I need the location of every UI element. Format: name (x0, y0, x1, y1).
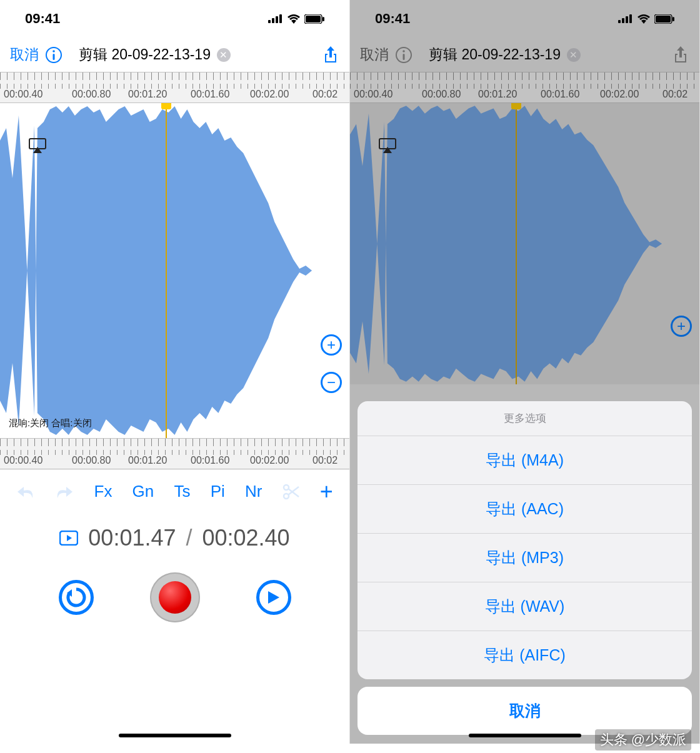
export-mp3-button[interactable]: 导出 (MP3) (358, 534, 692, 582)
cellular-icon (618, 14, 633, 23)
airplay-icon (379, 138, 396, 156)
fx-button[interactable]: Fx (94, 482, 112, 501)
info-icon[interactable] (45, 46, 62, 64)
clear-title-icon[interactable]: ✕ (217, 48, 231, 62)
timestretch-button[interactable]: Ts (174, 482, 190, 501)
export-aifc-button[interactable]: 导出 (AIFC) (358, 631, 692, 679)
play-button[interactable] (256, 580, 291, 615)
rewind-button[interactable] (59, 580, 94, 615)
svg-rect-21 (656, 16, 671, 22)
add-button[interactable]: + (320, 479, 333, 505)
share-icon[interactable] (322, 45, 339, 65)
page-title: 剪辑 20-09-22-13-19 (79, 45, 211, 64)
phone-right: 09:41 取消 剪辑 20-09-22-13-19 ✕ 00:00.40 00… (350, 0, 700, 744)
svg-rect-6 (322, 17, 324, 21)
noise-reduce-button[interactable]: Nr (245, 482, 262, 501)
scissors-icon[interactable] (282, 483, 300, 501)
record-button[interactable] (150, 572, 200, 622)
export-aac-button[interactable]: 导出 (AAC) (358, 485, 692, 534)
ruler-label: 00:01.60 (191, 455, 229, 466)
ruler-label: 00:00.80 (72, 89, 111, 100)
export-wav-button[interactable]: 导出 (WAV) (358, 582, 692, 631)
share-icon (672, 45, 689, 65)
sheet-header: 更多选项 (358, 401, 692, 436)
status-time: 09:41 (25, 11, 60, 27)
undo-icon[interactable] (16, 484, 35, 499)
time-separator: / (186, 525, 192, 551)
wifi-icon (637, 14, 651, 24)
status-bar: 09:41 (350, 0, 699, 37)
ruler-label: 00:02.00 (600, 89, 639, 100)
svg-rect-22 (672, 17, 674, 21)
current-time: 00:01.47 (88, 525, 176, 551)
cellular-icon (268, 14, 283, 23)
svg-rect-16 (618, 20, 621, 23)
status-bar: 09:41 (0, 0, 349, 37)
ruler-label: 00:00.80 (72, 455, 111, 466)
info-icon (395, 46, 412, 64)
svg-rect-1 (272, 18, 274, 23)
transport-controls (0, 563, 349, 632)
ruler-label: 00:00.40 (4, 455, 42, 466)
ruler-label: 00:01.60 (541, 89, 579, 100)
home-indicator[interactable] (119, 734, 231, 737)
waveform: + (350, 103, 699, 384)
svg-rect-5 (306, 16, 321, 22)
zoom-in-button: + (671, 316, 692, 337)
svg-point-8 (52, 50, 55, 52)
total-time: 00:02.40 (202, 525, 290, 551)
export-m4a-button[interactable]: 导出 (M4A) (358, 436, 692, 485)
pitch-button[interactable]: Pi (211, 482, 225, 501)
sheet-cancel-button[interactable]: 取消 (358, 687, 692, 735)
zoom-out-button[interactable]: − (321, 372, 342, 393)
svg-rect-0 (268, 20, 271, 23)
ruler-label: 00:00.40 (354, 89, 392, 100)
playhead (516, 103, 517, 384)
svg-rect-19 (629, 14, 632, 23)
ruler-label: 00:01.20 (478, 89, 517, 100)
status-icons (268, 14, 324, 24)
top-nav: 取消 剪辑 20-09-22-13-19 ✕ (350, 37, 699, 72)
playhead[interactable] (166, 103, 167, 438)
time-display: 00:01.47 / 00:02.40 (0, 513, 349, 563)
ruler-label: 00:00.40 (4, 89, 42, 100)
phone-left: 09:41 取消 剪辑 20-09-22-13-19 ✕ 00:00.40 00… (0, 0, 350, 744)
status-time: 09:41 (375, 11, 410, 27)
waveform[interactable]: + − 混响:关闭 合唱:关闭 (0, 103, 349, 438)
gain-button[interactable]: Gn (132, 482, 154, 501)
ruler-label: 00:00.80 (422, 89, 461, 100)
wifi-icon (287, 14, 301, 24)
ruler-label: 00:02 (662, 89, 688, 100)
watermark: 头条 @少数派 (595, 729, 691, 751)
redo-icon[interactable] (55, 484, 74, 499)
ruler-label: 00:01.60 (191, 89, 229, 100)
ruler-label: 00:02 (312, 89, 338, 100)
export-action-sheet: 更多选项 导出 (M4A) 导出 (AAC) 导出 (MP3) 导出 (WAV)… (358, 401, 692, 735)
top-nav: 取消 剪辑 20-09-22-13-19 ✕ (0, 37, 349, 72)
zoom-in-button[interactable]: + (321, 334, 342, 356)
ruler-label: 00:01.20 (128, 89, 167, 100)
page-title: 剪辑 20-09-22-13-19 (429, 45, 561, 64)
ruler-bottom[interactable]: 00:00.40 00:00.80 00:01.20 00:01.60 00:0… (0, 438, 349, 469)
cancel-button[interactable]: 取消 (10, 45, 39, 64)
home-indicator[interactable] (469, 734, 581, 737)
effects-label: 混响:关闭 合唱:关闭 (9, 417, 92, 429)
svg-point-24 (402, 50, 405, 52)
clear-title-icon: ✕ (567, 48, 581, 62)
ruler-label: 00:02.00 (250, 89, 289, 100)
svg-rect-3 (279, 14, 282, 23)
svg-rect-18 (626, 16, 628, 23)
ruler-top: 00:00.40 00:00.80 00:01.20 00:01.60 00:0… (350, 72, 699, 103)
airplay-icon[interactable] (29, 138, 46, 156)
battery-icon (304, 14, 324, 24)
ruler-label: 00:02 (312, 455, 338, 466)
status-icons (618, 14, 674, 24)
battery-icon (654, 14, 674, 24)
svg-rect-9 (53, 54, 55, 60)
ruler-top[interactable]: 00:00.40 00:00.80 00:01.20 00:01.60 00:0… (0, 72, 349, 103)
svg-rect-2 (276, 16, 278, 23)
play-mode-icon[interactable] (59, 525, 78, 551)
svg-rect-25 (403, 54, 405, 60)
svg-rect-17 (622, 18, 624, 23)
cancel-button: 取消 (360, 45, 389, 64)
